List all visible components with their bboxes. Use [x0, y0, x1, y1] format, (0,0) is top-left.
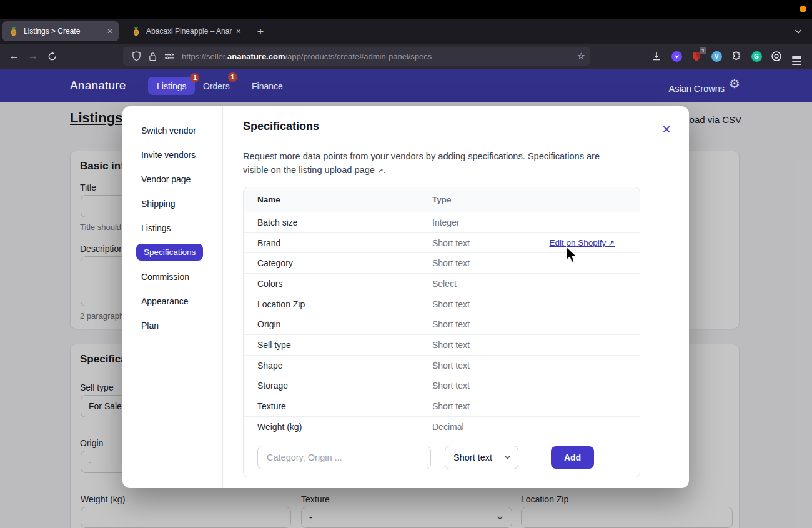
external-link-icon: ↗ [377, 166, 384, 175]
spec-type: Short text [432, 238, 551, 248]
column-type: Type [432, 195, 551, 204]
sidebar-item-invite-vendors[interactable]: Invite vendors [122, 143, 222, 167]
settings-gear-icon[interactable]: ⚙ [729, 76, 740, 91]
extension-tray: 1 V G a [650, 44, 803, 69]
modal-title: Specifications [243, 120, 319, 133]
sidebar-item-label: Specifications [136, 244, 203, 261]
listing-upload-page-link[interactable]: listing upload page [299, 165, 375, 175]
bookmark-star-icon[interactable]: ☆ [577, 51, 585, 62]
spec-name: Sell type [244, 340, 432, 350]
sidebar-item-shipping[interactable]: Shipping [122, 192, 222, 216]
tab-close-icon[interactable]: × [104, 26, 119, 36]
orders-badge: 1 [228, 72, 237, 82]
pineapple-favicon [131, 26, 141, 36]
table-row: StorageShort text [244, 376, 640, 397]
new-spec-name-input[interactable] [257, 446, 431, 469]
sidebar-item-specifications[interactable]: Specifications [122, 240, 222, 264]
nav-item-finance[interactable]: Finance [252, 77, 283, 95]
admin-panel-modal: × Switch vendorInvite vendorsVendor page… [122, 106, 689, 488]
sidebar-item-label: Commission [141, 272, 189, 282]
nav-item-listings[interactable]: Listings 1 [148, 77, 195, 95]
spec-type: Integer [432, 217, 551, 227]
sidebar-item-switch-vendor[interactable]: Switch vendor [122, 119, 222, 143]
table-row: ShapeShort text [244, 356, 640, 376]
v-extension-icon[interactable]: V [710, 49, 723, 63]
list-all-tabs-chevron-icon[interactable] [793, 26, 803, 36]
tab-abacaxi-pineapple[interactable]: Abacaxi Pineapple – Ananature × [125, 21, 247, 41]
table-row: TextureShort text [244, 396, 640, 417]
privacy-extension-icon[interactable]: a [770, 49, 783, 63]
grammarly-extension-icon[interactable]: G [750, 49, 763, 63]
reload-button[interactable] [42, 47, 61, 65]
lock-icon[interactable] [149, 52, 157, 61]
spec-name: Category [244, 258, 432, 268]
tracking-protection-shield-icon[interactable] [132, 51, 141, 61]
spec-name: Colors [244, 279, 432, 289]
sidebar-item-vendor-page[interactable]: Vendor page [122, 167, 222, 192]
table-row: OriginShort text [244, 314, 640, 335]
download-icon[interactable] [650, 49, 663, 63]
add-button[interactable]: Add [551, 446, 594, 469]
sidebar-item-listings[interactable]: Listings [122, 216, 222, 241]
spec-name: Origin [244, 319, 432, 329]
add-spec-form: Short text Add [244, 437, 640, 477]
new-spec-type-select[interactable]: Short text [445, 446, 518, 469]
spec-name: Brand [244, 238, 432, 248]
adblock-badge: 1 [700, 47, 706, 54]
spec-type: Select [432, 279, 551, 289]
table-row: Sell typeShort text [244, 335, 640, 356]
tab-listings-create[interactable]: Listings > Create × [2, 21, 119, 41]
mouse-cursor [565, 246, 580, 265]
edit-on-shopify-link[interactable]: Edit on Shopify ↗ [549, 238, 615, 247]
sidebar-item-label: Vendor page [141, 174, 191, 184]
tab-title: Listings > Create [24, 27, 104, 36]
url-bar[interactable]: https://seller.ananature.com/app/product… [123, 47, 590, 66]
sidebar-item-label: Switch vendor [141, 126, 196, 136]
spec-type: Short text [432, 381, 551, 391]
sidebar-item-plan[interactable]: Plan [122, 313, 222, 337]
new-tab-button[interactable]: + [252, 24, 269, 40]
spec-type: Decimal [432, 422, 551, 432]
spec-type: Short text [432, 361, 551, 371]
column-name: Name [244, 195, 432, 204]
table-row: Batch sizeInteger [244, 212, 640, 233]
tab-close-icon[interactable]: × [232, 26, 247, 36]
modal-content: Specifications Request more data points … [243, 106, 668, 488]
modal-sidebar: Switch vendorInvite vendorsVendor pageSh… [122, 106, 223, 488]
back-button[interactable]: ← [5, 47, 24, 65]
menu-hamburger-icon[interactable] [790, 49, 803, 63]
spec-type: Short text [432, 299, 551, 309]
nav-item-orders[interactable]: Orders 1 [203, 77, 230, 95]
permissions-sliders-icon[interactable] [164, 52, 174, 61]
spec-name: Shape [244, 361, 432, 371]
external-link-icon: ↗ [608, 239, 615, 247]
tab-title: Abacaxi Pineapple – Ananature [146, 27, 232, 36]
spec-name: Location Zip [244, 299, 432, 309]
spec-type: Short text [432, 340, 551, 350]
sidebar-item-label: Invite vendors [141, 150, 196, 160]
spec-type: Short text [432, 258, 551, 268]
window-titlebar [0, 0, 812, 19]
sidebar-item-label: Plan [141, 321, 159, 331]
vpn-extension-icon[interactable] [670, 49, 683, 63]
table-row: Location ZipShort text [244, 294, 640, 315]
forward-button[interactable]: → [24, 47, 42, 65]
account-name[interactable]: Asian Crowns [669, 79, 725, 97]
extensions-puzzle-icon[interactable] [730, 49, 743, 63]
sidebar-item-label: Shipping [141, 199, 176, 209]
url-text: https://seller.ananature.com/app/product… [182, 52, 572, 61]
tab-strip: Listings > Create × Abacaxi Pineapple – … [0, 19, 812, 44]
spec-name: Storage [244, 381, 432, 391]
sidebar-item-commission[interactable]: Commission [122, 264, 222, 289]
spec-type: Short text [432, 319, 551, 329]
specifications-table: Name Type Batch sizeIntegerBrandShort te… [243, 187, 640, 477]
adblock-shield-extension-icon[interactable]: 1 [690, 49, 703, 63]
sidebar-item-label: Listings [141, 223, 171, 233]
table-row: ColorsSelect [244, 274, 640, 294]
spec-name: Texture [244, 401, 432, 411]
chevron-down-icon [503, 453, 512, 461]
listings-badge: 1 [190, 73, 199, 82]
brand-logo[interactable]: Ananature [70, 79, 126, 92]
sidebar-item-appearance[interactable]: Appearance [122, 289, 222, 313]
spec-name: Batch size [244, 217, 432, 227]
